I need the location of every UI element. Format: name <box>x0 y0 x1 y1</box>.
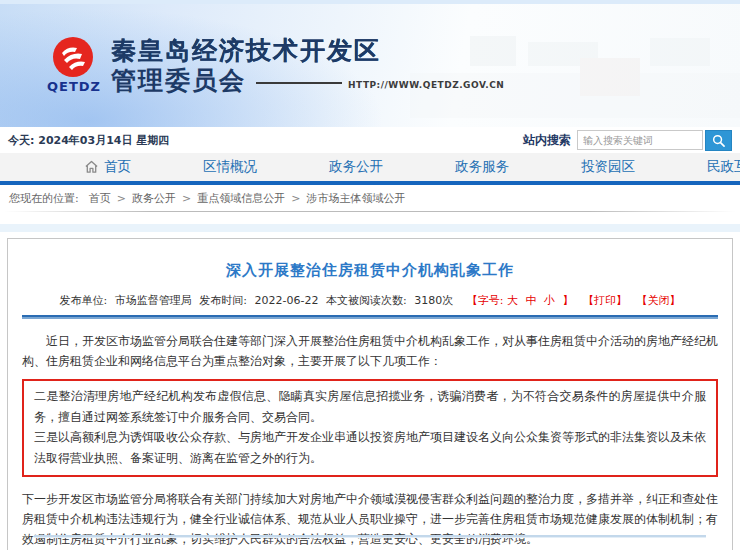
nav-item-label: 区情概况 <box>203 158 257 176</box>
nav-item-label: 政务服务 <box>455 158 509 176</box>
nav-item-investment[interactable]: 投资园区 <box>581 158 635 176</box>
nav-item-gov-open[interactable]: 政务公开 <box>329 158 383 176</box>
site-url: HTTP://WWW.QETDZ.GOV.CN <box>348 80 504 90</box>
meta-divider-rule <box>22 315 718 319</box>
breadcrumb-link-market-entities[interactable]: 涉市场主体领域公开 <box>306 191 405 206</box>
fontsize-medium-button[interactable]: 中 <box>525 294 536 307</box>
breadcrumb-separator: > <box>182 192 191 205</box>
nav-item-civil-interaction[interactable]: 民政互动 <box>707 158 740 176</box>
nav-item-label: 首页 <box>104 158 131 176</box>
qetdz-logo-icon <box>52 36 94 78</box>
highlight-item-3: 三是以高额利息为诱饵吸收公众存款、与房地产开发企业串通以投资房地产项目建设名义向… <box>34 427 706 468</box>
search-input[interactable] <box>577 130 703 150</box>
org-name-line1: 秦皇岛经济技术开发区 <box>111 36 504 66</box>
qetdz-logo: QETDZ <box>47 36 99 94</box>
search-button[interactable] <box>705 130 732 151</box>
date-search-bar: 今天: 2024年03月14日 星期四 站内搜索 <box>0 127 740 153</box>
main-navigation: 首页 区情概况 政务公开 政务服务 投资园区 民政互动 <box>0 153 740 185</box>
section-spacer-strip <box>0 224 740 232</box>
highlight-item-2: 二是整治清理房地产经纪机构发布虚假信息、隐瞒真实房屋信息招揽业务，诱骗消费者，为… <box>34 386 706 427</box>
fontsize-label: 【字号: <box>467 294 504 307</box>
article-title: 深入开展整治住房租赁中介机构乱象工作 <box>22 261 718 280</box>
fontsize-large-button[interactable]: 大 <box>507 294 518 307</box>
breadcrumb-divider <box>4 211 736 212</box>
nav-item-overview[interactable]: 区情概况 <box>203 158 257 176</box>
article-meta: 发布单位: 市场监督管理局 发布时间: 2022-06-22 本文被阅读次数: … <box>22 293 718 308</box>
close-button[interactable]: 【关闭】 <box>636 294 680 307</box>
publish-time-label: 发布时间: <box>199 294 247 307</box>
org-name-line2: 管理委员会 <box>111 66 246 96</box>
breadcrumb: 您现在的位置: 首页 > 政务公开 > 重点领域信息公开 > 涉市场主体领域公开 <box>0 185 740 211</box>
print-button[interactable]: 【打印】 <box>583 294 627 307</box>
breadcrumb-link-gov-open[interactable]: 政务公开 <box>132 191 176 206</box>
title-underline <box>256 82 342 84</box>
article-paragraph-intro: 近日，开发区市场监管分局联合住建等部门深入开展整治住房租赁中介机构乱象工作，对从… <box>22 331 718 371</box>
home-icon <box>84 160 99 174</box>
fontsize-label-close: 】 <box>562 294 573 307</box>
site-banner: QETDZ 秦皇岛经济技术开发区 管理委员会 HTTP://WWW.QETDZ.… <box>0 0 740 127</box>
highlighted-text-box: 二是整治清理房地产经纪机构发布虚假信息、隐瞒真实房屋信息招揽业务，诱骗消费者，为… <box>22 379 718 477</box>
nav-item-label: 投资园区 <box>581 158 635 176</box>
site-search-label: 站内搜索 <box>523 132 571 149</box>
nav-item-gov-service[interactable]: 政务服务 <box>455 158 509 176</box>
breadcrumb-link-home[interactable]: 首页 <box>89 191 111 206</box>
article-panel: 深入开展整治住房租赁中介机构乱象工作 发布单位: 市场监督管理局 发布时间: 2… <box>7 238 733 550</box>
breadcrumb-link-key-fields[interactable]: 重点领域信息公开 <box>197 191 285 206</box>
nav-item-home[interactable]: 首页 <box>84 158 131 176</box>
publisher-label: 发布单位: <box>60 294 108 307</box>
search-icon <box>712 134 725 147</box>
article-bottom-divider <box>34 535 706 538</box>
breadcrumb-separator: > <box>117 192 126 205</box>
fontsize-small-button[interactable]: 小 <box>544 294 555 307</box>
publish-time-value: 2022-06-22 <box>255 294 319 307</box>
nav-item-label: 民政互动 <box>707 158 740 176</box>
logo-acronym: QETDZ <box>47 79 99 94</box>
nav-item-label: 政务公开 <box>329 158 383 176</box>
publisher-value: 市场监督管理局 <box>115 294 192 307</box>
views-label: 本文被阅读次数: <box>326 294 407 307</box>
article-paragraph-next-steps: 下一步开发区市场监管分局将联合有关部门持续加大对房地产中介领域漠视侵害群众利益问… <box>22 489 718 549</box>
views-value: 3180次 <box>414 294 453 307</box>
breadcrumb-prefix: 您现在的位置: <box>9 191 79 206</box>
today-date: 今天: 2024年03月14日 星期四 <box>8 133 169 148</box>
breadcrumb-separator: > <box>291 192 300 205</box>
